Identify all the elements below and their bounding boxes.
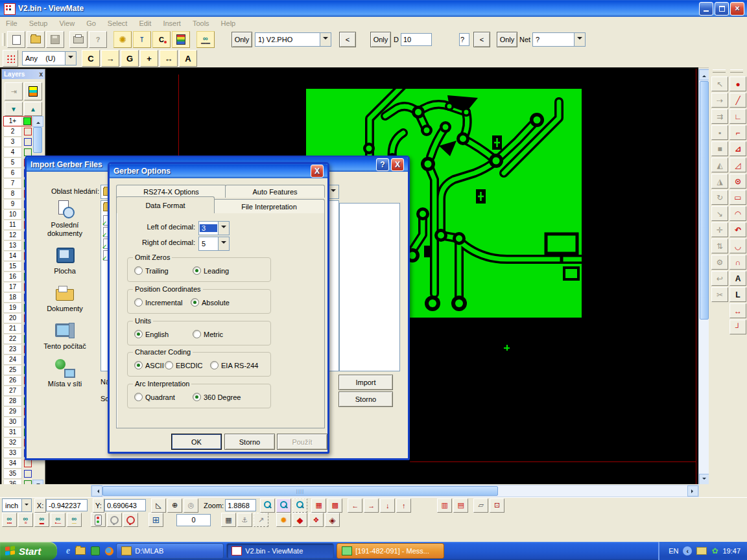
layer-swatch[interactable] xyxy=(24,470,32,478)
toolbar-grip[interactable] xyxy=(2,33,5,46)
resize-tool-icon[interactable]: ↘ xyxy=(711,206,728,221)
layer-down-button[interactable]: ▼ xyxy=(5,102,23,116)
draw-curve-icon[interactable]: ∩ xyxy=(729,255,746,270)
only-net-button[interactable]: Only xyxy=(497,32,517,47)
draw-circle-icon[interactable]: ⊙ xyxy=(729,174,746,189)
select-pad-button[interactable]: ⊡ xyxy=(490,498,504,513)
import-cancel-button[interactable]: Storno xyxy=(338,391,393,407)
gerber-close-button[interactable]: X xyxy=(311,165,324,178)
dcode-input[interactable]: 10 xyxy=(401,33,432,46)
layers-scroll-thumb[interactable] xyxy=(33,127,42,153)
layer-up-button[interactable]: ▲ xyxy=(24,102,42,116)
scroll-right-button[interactable] xyxy=(687,485,698,496)
right-of-decimal-select[interactable]: 5 xyxy=(198,237,230,251)
chevron-down-icon[interactable] xyxy=(21,499,31,511)
horizontal-scroll-thumb[interactable]: |||| xyxy=(102,486,498,496)
vector-move-button[interactable]: ↗ xyxy=(254,513,268,527)
mirror-horizontal-icon[interactable]: ◮ xyxy=(711,174,728,189)
tray-clover-icon[interactable]: ✿ xyxy=(711,546,718,555)
menu-item[interactable]: Insert xyxy=(157,18,187,29)
layer-film-button[interactable] xyxy=(24,82,42,100)
menu-item[interactable]: View xyxy=(53,18,80,29)
radio-option[interactable]: Quadrant xyxy=(134,393,193,401)
chevron-down-icon[interactable] xyxy=(218,237,229,250)
menu-item[interactable]: File xyxy=(0,18,23,29)
center-target-button[interactable]: ⊕ xyxy=(167,498,182,513)
anchor-button[interactable]: ⚓ xyxy=(237,513,252,527)
layer-swatch[interactable] xyxy=(24,128,32,135)
dialog-help-button[interactable]: ? xyxy=(376,158,389,171)
prev-net-button[interactable]: < xyxy=(473,32,490,47)
crosshair-tool-icon[interactable]: + xyxy=(140,50,158,67)
draw-arc-icon[interactable]: ↶ xyxy=(729,222,746,237)
select-area-button[interactable]: ▱ xyxy=(473,498,488,513)
copy-move-icon[interactable]: ⇉ xyxy=(711,109,728,124)
dialog-close-button[interactable]: X xyxy=(391,158,404,171)
component-tool-icon[interactable]: C xyxy=(82,50,100,67)
open-file-button[interactable] xyxy=(27,31,45,48)
tab-data-format[interactable]: Data Format xyxy=(116,196,215,213)
place-documents[interactable]: Dokumenty xyxy=(36,284,94,313)
ok-button[interactable]: OK xyxy=(171,434,222,450)
settings-gear-icon[interactable]: ⚙ xyxy=(711,255,728,270)
radio-option[interactable]: Leading xyxy=(193,266,251,275)
locate-button[interactable]: ◎ xyxy=(184,498,198,513)
snap-grid-button[interactable]: ▦ xyxy=(221,513,236,527)
view-pads-button[interactable]: ∞▬ xyxy=(34,513,49,527)
layer-swatch[interactable] xyxy=(24,138,32,146)
span-tool-icon[interactable]: ↔ xyxy=(160,50,178,67)
measure-angle-button[interactable]: ◺ xyxy=(151,498,166,513)
draw-open-arc-icon[interactable]: ◡ xyxy=(729,239,746,253)
draw-label-icon[interactable]: L xyxy=(729,287,746,302)
layer-move-button[interactable]: ⇥ xyxy=(5,82,23,100)
selection-filter-combo[interactable]: Any (U) xyxy=(22,51,77,65)
scroll-down-button[interactable] xyxy=(699,474,709,485)
zoom-grid-button[interactable] xyxy=(276,498,291,513)
dark-pad-button[interactable]: ◈ xyxy=(325,513,340,527)
unit-combo[interactable]: inch xyxy=(2,498,32,512)
pan-left-button[interactable]: ← xyxy=(348,498,362,513)
grid-dense-button[interactable]: ▩ xyxy=(327,498,342,513)
move-pad-icon[interactable]: ✛ xyxy=(711,222,728,237)
small-pad-icon[interactable]: ▪ xyxy=(711,125,728,140)
quicklaunch-book-icon[interactable] xyxy=(91,546,100,555)
move-point-icon[interactable]: ⇢ xyxy=(711,93,728,108)
menu-item[interactable]: Help xyxy=(215,18,242,29)
menu-item[interactable]: Select xyxy=(102,18,134,29)
active-layer-swatch[interactable] xyxy=(23,117,31,125)
cut-tool-icon[interactable]: ✂ xyxy=(711,287,728,302)
redraw-button[interactable]: ✺ xyxy=(113,31,132,48)
rotate-tool-icon[interactable]: ↻ xyxy=(711,190,728,205)
menu-item[interactable]: Setup xyxy=(23,18,54,29)
left-of-decimal-select[interactable]: 3 xyxy=(198,221,230,235)
tab-auto-features[interactable]: Auto Features xyxy=(225,185,325,198)
menu-item[interactable]: Tools xyxy=(187,18,215,29)
draw-chord-arc-icon[interactable]: ◠ xyxy=(729,206,746,221)
large-pad-icon[interactable]: ■ xyxy=(711,141,728,156)
dim-layers-button[interactable] xyxy=(107,513,122,527)
draw-polyline-icon[interactable]: ∟ xyxy=(729,109,746,124)
dcode-highlight-button[interactable]: C xyxy=(152,31,171,48)
layers-close-icon[interactable]: x xyxy=(39,71,43,78)
grid-quarter-button[interactable]: ▤ xyxy=(453,498,468,513)
pan-right-button[interactable]: → xyxy=(364,498,379,513)
scroll-left-button[interactable] xyxy=(91,485,102,496)
pan-up-button[interactable]: ↑ xyxy=(396,498,411,513)
mirror-vertical-icon[interactable]: ◭ xyxy=(711,158,728,172)
draw-contour-icon[interactable]: ┘ xyxy=(729,320,746,334)
next-item-tool-icon[interactable]: → xyxy=(101,50,119,67)
goto-tool-icon[interactable]: G xyxy=(121,50,139,67)
radio-option[interactable]: EBCDIC xyxy=(165,361,210,369)
highlight-state-button[interactable] xyxy=(91,513,106,527)
chevron-down-icon[interactable] xyxy=(65,52,76,65)
pad-filter-button[interactable] xyxy=(3,50,18,67)
only-layer-button[interactable]: Only xyxy=(231,32,252,47)
draw-pad-icon[interactable]: ● xyxy=(729,76,746,91)
taskbar-task[interactable]: V2.bin - ViewMate xyxy=(226,543,334,559)
cancel-button[interactable]: Storno xyxy=(224,434,275,450)
tab-file-interpretation[interactable]: File Interpretation xyxy=(213,199,325,213)
clock[interactable]: 19:47 xyxy=(722,547,741,555)
context-help-button[interactable]: ? xyxy=(89,31,107,48)
radio-option[interactable]: Absolute xyxy=(191,298,247,307)
radio-option[interactable]: Trailing xyxy=(134,266,193,275)
